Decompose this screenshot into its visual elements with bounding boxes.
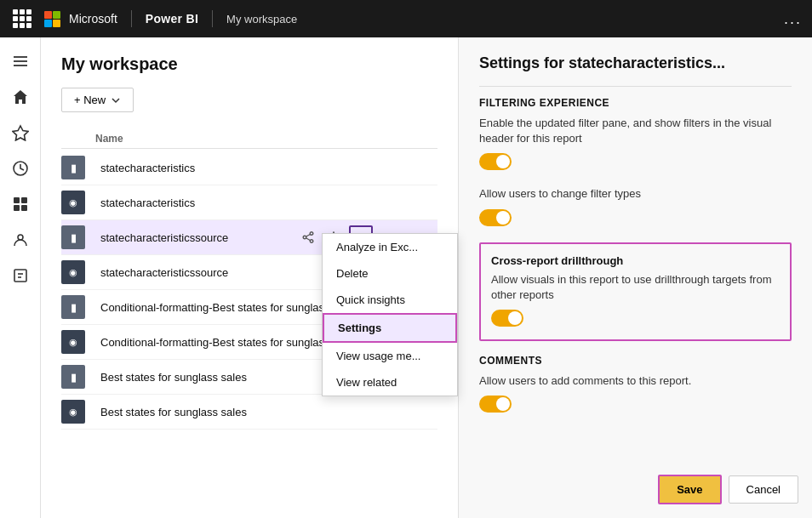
divider1 [479, 86, 792, 87]
toggle-knob [496, 155, 510, 168]
menu-item-view-related[interactable]: View related [323, 369, 457, 396]
sidebar-shared-icon[interactable] [3, 223, 37, 257]
svg-point-13 [310, 232, 313, 236]
svg-point-9 [18, 235, 23, 240]
row-name: statecharacteristics [95, 196, 310, 209]
sidebar-menu-icon[interactable] [3, 44, 37, 78]
separator2 [212, 10, 213, 27]
col-name: Name [95, 133, 267, 145]
chevron-down-icon [111, 95, 121, 105]
row-name: statecharacteristics [95, 162, 310, 174]
row-icon-db2: ◉ [61, 260, 85, 284]
toggle-knob4 [496, 397, 510, 411]
row-icon-db4: ◉ [61, 400, 85, 424]
row-icon-chart3: ▮ [61, 295, 85, 319]
comments-section: Comments Allow users to add comments to … [479, 355, 792, 415]
svg-rect-6 [21, 197, 27, 203]
table-row[interactable]: ◉ Best states for sunglass sales [61, 395, 437, 430]
sidebar [0, 37, 41, 518]
new-button-label: + New [74, 94, 106, 106]
context-menu: Analyze in Exc... Delete Quick insights … [322, 233, 458, 396]
topbar: Microsoft Power BI My workspace ... [0, 0, 812, 37]
row-name: statecharacteristicssource [95, 266, 310, 279]
main-layout: My workspace + New Name ▮ statecharacter… [0, 37, 812, 518]
content-area: My workspace + New Name ▮ statecharacter… [41, 37, 812, 518]
svg-marker-3 [13, 126, 28, 140]
table-row[interactable]: ▮ statecharacteristics [61, 151, 437, 185]
svg-rect-8 [21, 205, 27, 211]
filtering-toggle-wrapper [479, 153, 792, 173]
filtering-desc: Enable the updated filter pane, and show… [479, 116, 792, 146]
filter-types-toggle[interactable] [479, 209, 512, 226]
toggle-knob2 [496, 211, 510, 225]
svg-rect-7 [14, 205, 20, 211]
workspace-label[interactable]: My workspace [226, 13, 297, 26]
svg-line-16 [306, 235, 311, 237]
menu-item-view-usage[interactable]: View usage me... [323, 343, 457, 369]
new-button[interactable]: + New [61, 88, 134, 112]
cross-report-toggle[interactable] [491, 310, 523, 327]
settings-footer: Save Cancel [658, 475, 798, 504]
separator [131, 10, 132, 27]
row-name-source: statecharacteristicssource [95, 231, 298, 244]
table-header: Name [61, 129, 437, 149]
allow-filter-types-desc: Allow users to change filter types [479, 186, 792, 202]
sidebar-learn-icon[interactable] [3, 259, 37, 293]
save-button[interactable]: Save [658, 475, 721, 504]
menu-item-quick-insights[interactable]: Quick insights [323, 287, 457, 313]
app-name: Power BI [146, 12, 198, 26]
svg-rect-5 [14, 197, 20, 203]
waffle-menu[interactable] [10, 7, 34, 31]
sidebar-home-icon[interactable] [3, 80, 37, 114]
row-icon-db3: ◉ [61, 330, 85, 354]
svg-rect-10 [14, 270, 26, 282]
sidebar-favorites-icon[interactable] [3, 116, 37, 150]
microsoft-label: Microsoft [69, 12, 117, 26]
share-icon[interactable] [298, 227, 318, 248]
settings-title: Settings for statecharacteristics... [479, 54, 792, 72]
filter-types-toggle-wrapper [479, 209, 792, 229]
menu-item-delete[interactable]: Delete [323, 260, 457, 287]
sidebar-apps-icon[interactable] [3, 187, 37, 221]
topbar-more-button[interactable]: ... [784, 10, 802, 28]
waffle-grid [13, 9, 31, 28]
menu-item-analyze[interactable]: Analyze in Exc... [323, 234, 457, 260]
comments-desc: Allow users to add comments to this repo… [479, 373, 792, 389]
row-icon-chart: ▮ [61, 156, 85, 179]
sidebar-recent-icon[interactable] [3, 151, 37, 185]
cross-report-section: Cross-report drillthrough Allow visuals … [479, 242, 792, 341]
microsoft-logo: Microsoft [44, 11, 117, 27]
settings-panel: Settings for statecharacteristics... Fil… [458, 37, 812, 518]
comments-toggle[interactable] [479, 396, 512, 413]
svg-point-14 [303, 236, 306, 239]
svg-point-15 [310, 240, 313, 243]
toggle-knob3 [508, 311, 522, 325]
menu-item-settings[interactable]: Settings [323, 313, 457, 343]
workspace-title: My workspace [61, 54, 437, 74]
table-row[interactable]: ◉ statecharacteristics [61, 185, 437, 220]
row-name: Best states for sunglass sales [95, 406, 437, 418]
cross-report-title: Cross-report drillthrough [491, 254, 780, 267]
cross-report-desc: Allow visuals in this report to use dril… [491, 272, 780, 303]
row-icon-db: ◉ [61, 191, 85, 214]
row-icon-chart4: ▮ [61, 365, 85, 389]
comments-heading: Comments [479, 355, 792, 367]
cancel-button[interactable]: Cancel [729, 475, 798, 504]
svg-line-17 [306, 238, 311, 241]
row-icon-chart2: ▮ [61, 225, 85, 249]
filtering-toggle[interactable] [479, 153, 512, 170]
filtering-heading: Filtering experience [479, 97, 792, 109]
